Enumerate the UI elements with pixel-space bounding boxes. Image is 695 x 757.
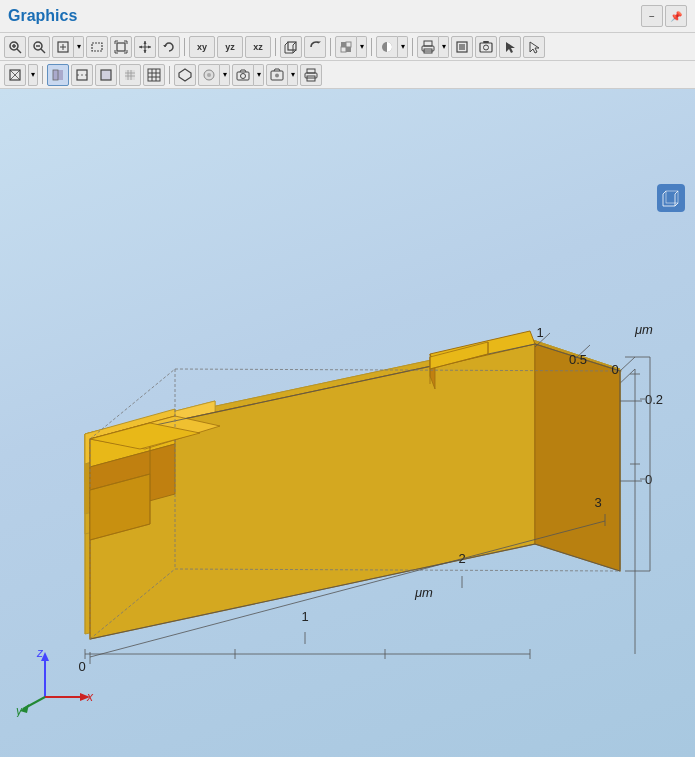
svg-point-44 <box>484 45 489 50</box>
camera-dropdown: ▾ <box>232 64 264 86</box>
graphics-viewport[interactable]: 0 1 2 3 μm 1 0.5 0 μm 0 0.2 <box>0 89 695 757</box>
export-button[interactable] <box>451 36 473 58</box>
svg-rect-43 <box>480 43 492 52</box>
zoom-box-button[interactable] <box>86 36 108 58</box>
x-unit: μm <box>414 585 433 600</box>
y-axis-label: y <box>15 704 23 717</box>
svg-marker-22 <box>139 45 142 48</box>
screenshot-button[interactable] <box>475 36 497 58</box>
snapshot-button[interactable] <box>266 64 288 86</box>
minimize-button[interactable]: − <box>641 5 663 27</box>
print-dropdown: ▾ <box>417 36 449 58</box>
x-label-3: 3 <box>594 495 601 510</box>
render-mode-dropdown: ▾ <box>376 36 408 58</box>
snapshot-arrow[interactable]: ▾ <box>288 64 298 86</box>
view-mode-arrow[interactable]: ▾ <box>357 36 367 58</box>
svg-rect-42 <box>459 44 465 50</box>
svg-marker-47 <box>530 42 539 53</box>
rotate-button[interactable] <box>158 36 180 58</box>
zoom-out-button[interactable] <box>28 36 50 58</box>
materials-arrow[interactable]: ▾ <box>220 64 230 86</box>
y-label-0: 0 <box>611 362 618 377</box>
wireframe-button[interactable] <box>4 64 26 86</box>
svg-marker-106 <box>535 344 620 571</box>
table-button[interactable] <box>143 64 165 86</box>
x-label-1: 1 <box>301 609 308 624</box>
view-mode-button[interactable] <box>335 36 357 58</box>
zoom-fit-button[interactable] <box>52 36 74 58</box>
svg-line-1 <box>17 49 21 53</box>
cursor2-button[interactable] <box>523 36 545 58</box>
sep7 <box>169 66 170 84</box>
zoom-fit-dropdown: ▾ <box>52 36 84 58</box>
rotate2-button[interactable] <box>304 36 326 58</box>
sep1 <box>184 38 185 56</box>
xy-plane-button[interactable]: xy <box>189 36 215 58</box>
svg-point-72 <box>275 73 279 77</box>
svg-line-5 <box>41 49 45 53</box>
y-label-1: 1 <box>536 325 543 340</box>
svg-point-70 <box>241 73 246 78</box>
yz-plane-button[interactable]: yz <box>217 36 243 58</box>
svg-rect-34 <box>346 42 351 47</box>
y-label-05: 0.5 <box>569 352 587 367</box>
transparent-button[interactable] <box>95 64 117 86</box>
svg-marker-23 <box>148 45 151 48</box>
wireframe-arrow[interactable]: ▾ <box>28 64 38 86</box>
print-button[interactable] <box>417 36 439 58</box>
header: Graphics − 📌 <box>0 0 695 33</box>
zoom-fit-arrow[interactable]: ▾ <box>74 36 84 58</box>
shaded-button[interactable] <box>47 64 69 86</box>
pin-button[interactable]: 📌 <box>665 5 687 27</box>
svg-marker-66 <box>179 69 191 81</box>
svg-marker-24 <box>163 45 167 47</box>
print-arrow[interactable]: ▾ <box>439 36 449 58</box>
axes-indicator: z x y <box>15 647 95 717</box>
header-controls: − 📌 <box>641 5 687 27</box>
svg-point-68 <box>207 73 211 77</box>
zoom-extent-button[interactable] <box>110 36 132 58</box>
svg-rect-35 <box>341 47 346 52</box>
svg-rect-45 <box>483 41 489 43</box>
hidden-lines-button[interactable] <box>71 64 93 86</box>
z-label-0: 0 <box>645 472 652 487</box>
svg-line-127 <box>620 357 635 371</box>
render-mode-arrow[interactable]: ▾ <box>398 36 408 58</box>
print3-button[interactable] <box>300 64 322 86</box>
svg-rect-36 <box>346 47 351 52</box>
z-label-02: 0.2 <box>645 392 663 407</box>
sep6 <box>42 66 43 84</box>
svg-rect-55 <box>101 70 111 80</box>
xz-plane-button[interactable]: xz <box>245 36 271 58</box>
materials-dropdown: ▾ <box>198 64 230 86</box>
pan-button[interactable] <box>134 36 156 58</box>
geo-mode-button[interactable] <box>174 64 196 86</box>
svg-rect-11 <box>117 43 125 51</box>
sep3 <box>330 38 331 56</box>
view-mode-dropdown: ▾ <box>335 36 367 58</box>
select-cursor-button[interactable] <box>499 36 521 58</box>
3d-view-button[interactable] <box>280 36 302 58</box>
surface-button[interactable] <box>119 64 141 86</box>
y-unit: μm <box>634 322 653 337</box>
svg-rect-73 <box>307 69 315 73</box>
axes-svg: z x y <box>15 647 95 717</box>
z-axis-label: z <box>36 647 44 660</box>
toolbar-primary: ▾ xy yz xz ▾ ▾ ▾ <box>0 33 695 61</box>
snapshot-dropdown: ▾ <box>266 64 298 86</box>
materials-button[interactable] <box>198 64 220 86</box>
sep5 <box>412 38 413 56</box>
app-title: Graphics <box>8 7 77 25</box>
svg-rect-10 <box>92 43 102 51</box>
zoom-in-button[interactable] <box>4 36 26 58</box>
svg-marker-21 <box>144 50 147 53</box>
camera-button[interactable] <box>232 64 254 86</box>
camera-arrow[interactable]: ▾ <box>254 64 264 86</box>
x-axis-label: x <box>86 690 94 704</box>
toolbar-secondary: ▾ ▾ ▾ ▾ <box>0 61 695 89</box>
render-mode-button[interactable] <box>376 36 398 58</box>
sep4 <box>371 38 372 56</box>
svg-rect-33 <box>341 42 346 47</box>
svg-marker-20 <box>144 41 147 44</box>
svg-rect-61 <box>148 69 160 81</box>
